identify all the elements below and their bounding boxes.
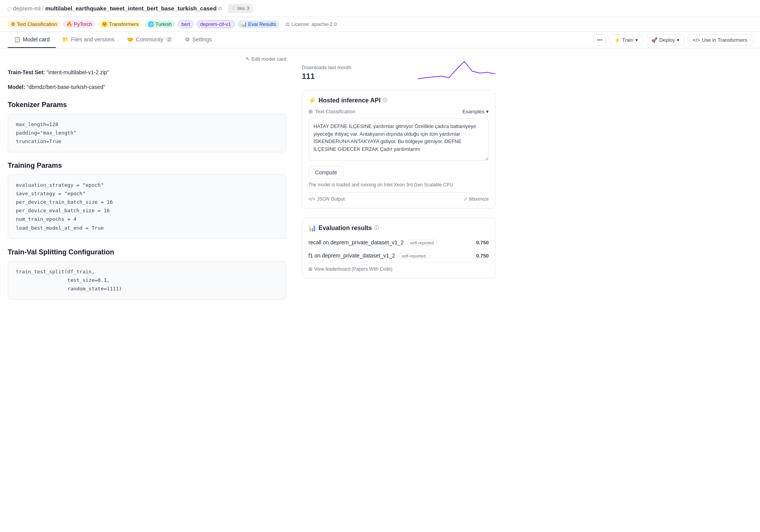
tag-deprem-clf[interactable]: deprem-clf-v1: [197, 20, 234, 28]
nav-tabs: 📋 Model card 📁 Files and versions 🤝 Comm…: [0, 32, 760, 48]
path-separator: /: [42, 5, 44, 12]
model-card-icon: 📋: [14, 36, 21, 43]
model-section: Model: "dbmdz/bert-base-turkish-cased": [8, 83, 286, 91]
edit-model-card-label: Edit model card: [252, 56, 286, 62]
tag-bert[interactable]: bert: [178, 20, 193, 28]
leaderboard-link[interactable]: ⊞ View leaderboard (Papers With Code): [308, 266, 489, 272]
training-code-block: evaluation_strategy = "epoch" save_strat…: [8, 174, 286, 239]
recall-value: 0.750: [476, 240, 489, 246]
eval-label-recall: recall on deprem_private_dataset_v1_2 se…: [308, 239, 437, 246]
edit-model-card-row: ✎ Edit model card: [8, 56, 286, 62]
deploy-chevron-icon: ▾: [677, 37, 680, 43]
more-options-button[interactable]: •••: [594, 34, 606, 46]
model-value: "dbmdz/bert-base-turkish-cased": [27, 84, 105, 90]
recall-self-reported-badge: self-reported: [407, 240, 437, 246]
maximize-label: Maximize: [469, 196, 489, 202]
json-output-row: </> JSON Output ⤢ Maximize: [308, 192, 489, 202]
running-text: The model is loaded and running on Intel…: [308, 182, 489, 188]
info-icon: ⓘ: [383, 97, 387, 104]
tab-settings-label: Settings: [192, 36, 212, 43]
tag-license: ⚖ License: apache-2.0: [282, 20, 340, 28]
recall-metric-text: recall on deprem_private_dataset_v1_2: [308, 239, 404, 246]
inference-textarea[interactable]: [308, 118, 489, 161]
tokenizer-code: max_length=128 padding="max_length" trun…: [16, 120, 278, 146]
splitting-code: train_test_split(df_train, test_size=0.1…: [16, 268, 278, 293]
model-name: multilabel_earthquake_tweet_intent_bert_…: [45, 5, 217, 12]
org-name[interactable]: deprem-ml: [13, 5, 41, 12]
train-button[interactable]: ⚡ Train ▾: [609, 34, 643, 46]
eval-label-f1: f1 on deprem_private_dataset_v1_2 self-r…: [308, 252, 428, 259]
f1-metric-text: f1 on deprem_private_dataset_v1_2: [308, 252, 395, 259]
tab-model-card-label: Model card: [23, 36, 50, 43]
tag-eval-results[interactable]: 📊 Eval Results: [238, 20, 279, 28]
use-in-transformers-button[interactable]: </> Use in Transformers: [688, 34, 752, 46]
training-heading: Training Params: [8, 162, 286, 170]
edit-model-card-link[interactable]: ✎ Edit model card: [245, 56, 286, 62]
tags-bar: ⚙ Text Classification 🔥 PyTorch 🤗 Transf…: [0, 17, 760, 32]
eval-header: 📊 Evaluation results ⓘ: [308, 224, 489, 232]
downloads-section: Downloads last month 111: [302, 56, 495, 81]
eval-row-recall: recall on deprem_private_dataset_v1_2 se…: [308, 236, 489, 249]
heart-icon: ♡: [231, 5, 236, 11]
right-panel: Downloads last month 111 ⚡ Hosted infere…: [302, 56, 495, 306]
train-icon: ⚡: [614, 37, 620, 43]
examples-chevron-icon: ▾: [486, 109, 489, 114]
copy-icon[interactable]: ⧉: [218, 5, 222, 12]
f1-self-reported-badge: self-reported: [399, 253, 428, 259]
train-test-set-value: "intent-multilabel-v1-2.zip": [46, 69, 109, 75]
settings-icon: ⚙: [185, 36, 190, 43]
tokenizer-code-block: max_length=128 padding="max_length" trun…: [8, 114, 286, 152]
eval-row-f1: f1 on deprem_private_dataset_v1_2 self-r…: [308, 249, 489, 263]
json-output-label-container: </> JSON Output: [308, 196, 345, 202]
tag-pytorch[interactable]: 🔥 PyTorch: [63, 20, 95, 28]
left-panel: ✎ Edit model card Train-Test Set: "inten…: [8, 56, 302, 306]
evaluation-section: 📊 Evaluation results ⓘ recall on deprem_…: [302, 218, 495, 278]
inference-task-label: Text Classification: [315, 109, 355, 114]
model-label: Model:: [8, 84, 25, 90]
tag-text-classification[interactable]: ⚙ Text Classification: [8, 20, 60, 28]
inference-section: ⚡ Hosted inference API ⓘ ⊞ Text Classifi…: [302, 90, 495, 208]
compute-button[interactable]: Compute: [308, 166, 344, 179]
f1-value: 0.750: [476, 253, 489, 259]
splitting-heading: Train-Val Splitting Configuration: [8, 248, 286, 256]
tab-model-card[interactable]: 📋 Model card: [8, 32, 56, 48]
task-grid-icon: ⊞: [308, 109, 313, 114]
downloads-count: 111: [302, 72, 351, 81]
tab-settings[interactable]: ⚙ Settings: [179, 32, 218, 48]
main-content: ✎ Edit model card Train-Test Set: "inten…: [0, 48, 503, 314]
tab-files-label: Files and versions: [71, 36, 115, 43]
tab-files-versions[interactable]: 📁 Files and versions: [56, 32, 121, 48]
tag-transformers[interactable]: 🤗 Transformers: [98, 20, 142, 28]
train-label: Train: [622, 37, 633, 43]
deploy-button[interactable]: 🚀 Deploy ▾: [646, 34, 685, 46]
like-count: 3: [246, 5, 249, 11]
maximize-button[interactable]: ⤢ Maximize: [464, 196, 489, 202]
inference-subrow: ⊞ Text Classification Examples ▾: [308, 109, 489, 114]
eval-heading: Evaluation results: [318, 225, 372, 232]
train-chevron-icon: ▾: [635, 37, 638, 43]
leaderboard-label: View leaderboard (Papers With Code): [314, 266, 392, 272]
downloads-chart: [418, 58, 495, 81]
files-icon: 📁: [62, 36, 68, 43]
bar-chart-icon: 📊: [308, 224, 316, 232]
tab-community[interactable]: 🤝 Community 2: [121, 32, 179, 48]
training-code: evaluation_strategy = "epoch" save_strat…: [16, 181, 278, 232]
train-test-set-label: Train-Test Set:: [8, 69, 45, 75]
maximize-icon: ⤢: [464, 196, 467, 202]
splitting-code-block: train_test_split(df_train, test_size=0.1…: [8, 261, 286, 300]
community-icon: 🤝: [127, 36, 134, 43]
use-in-transformers-label: Use in Transformers: [702, 37, 747, 43]
like-button[interactable]: ♡ like 3: [228, 4, 253, 13]
edit-icon: ✎: [245, 56, 250, 62]
top-bar: □ deprem-ml / multilabel_earthquake_twee…: [0, 0, 760, 17]
lightning-icon: ⚡: [308, 97, 316, 104]
server-icon: □: [8, 5, 11, 12]
examples-label: Examples: [462, 109, 484, 114]
tag-turkish[interactable]: 🌐 Turkish: [145, 20, 175, 28]
inference-heading: Hosted inference API: [318, 97, 380, 104]
deploy-icon: 🚀: [651, 37, 657, 43]
inference-task: ⊞ Text Classification: [308, 109, 355, 114]
examples-select[interactable]: Examples ▾: [462, 109, 489, 114]
community-badge: 2: [166, 37, 173, 42]
nav-actions: ••• ⚡ Train ▾ 🚀 Deploy ▾ </> Use in Tran…: [594, 34, 752, 46]
